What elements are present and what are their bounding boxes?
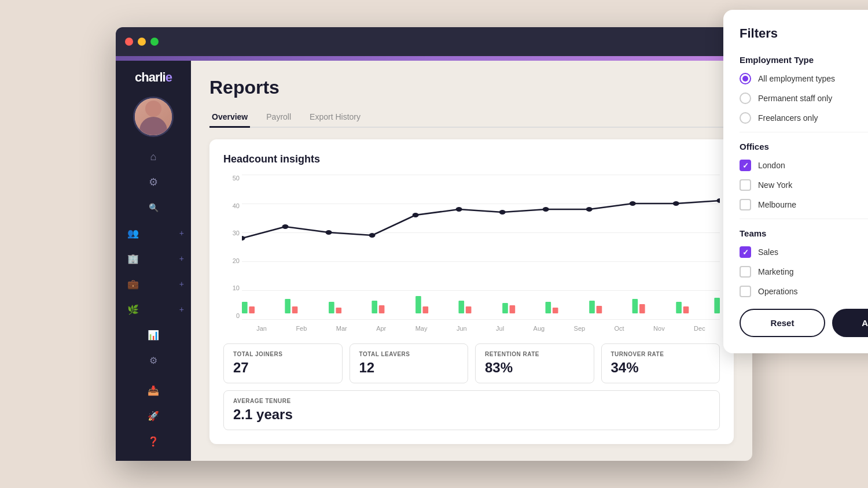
filters-panel: Filters × Employment Type All employment… — [723, 10, 868, 353]
avg-tenure-label: AVERAGE TENURE — [233, 398, 710, 404]
offices-title: Offices — [740, 142, 868, 151]
inbox-icon[interactable]: 📥 — [143, 380, 164, 401]
x-axis: Jan Feb Mar Apr May Jun Jul Aug Sep Oct … — [242, 320, 720, 337]
home-icon[interactable]: ⌂ — [143, 146, 164, 167]
svg-rect-28 — [589, 301, 595, 313]
add-leaf-icon[interactable]: + — [179, 305, 184, 314]
grid-line-0 — [242, 319, 720, 320]
svg-rect-30 — [632, 299, 638, 313]
london-label: London — [758, 161, 785, 170]
x-label-sep: Sep — [574, 325, 586, 332]
total-joiners-label: TOTAL JOINERS — [233, 351, 333, 357]
svg-point-10 — [673, 201, 679, 206]
filter-sales[interactable]: ✓ Sales — [740, 246, 868, 258]
svg-point-5 — [456, 207, 462, 212]
leaf-row: 🌿 + — [116, 299, 191, 320]
reset-button[interactable]: Reset — [740, 309, 825, 337]
tabs: Overview Payroll Export History — [209, 108, 734, 128]
building-icon[interactable]: 🏢 — [123, 248, 144, 269]
search-icon[interactable]: 🔍 — [143, 197, 164, 218]
filter-permanent-staff[interactable]: Permanent staff only — [740, 93, 868, 104]
tab-payroll[interactable]: Payroll — [264, 108, 293, 128]
chart-card: Headcount insights 50 40 30 20 10 0 — [209, 139, 734, 444]
svg-rect-34 — [714, 298, 720, 313]
chart-title: Headcount insights — [223, 153, 720, 165]
svg-point-6 — [499, 210, 506, 215]
radio-permanent-staff[interactable] — [740, 93, 751, 104]
marketing-label: Marketing — [758, 267, 793, 276]
radio-all-employment[interactable] — [740, 73, 751, 84]
close-dot[interactable] — [125, 38, 133, 46]
svg-point-9 — [630, 201, 636, 206]
browser-titlebar — [116, 27, 752, 56]
y-label-0: 0 — [223, 312, 240, 319]
checkbox-marketing[interactable] — [740, 266, 751, 278]
gradient-bar — [116, 56, 752, 61]
minimize-dot[interactable] — [138, 38, 146, 46]
svg-point-7 — [543, 207, 549, 212]
maximize-dot[interactable] — [150, 38, 159, 46]
filter-new-york[interactable]: New York — [740, 179, 868, 191]
tab-overview[interactable]: Overview — [209, 108, 250, 128]
avatar[interactable] — [133, 97, 174, 137]
filters-header: Filters × — [740, 26, 868, 41]
stat-total-leavers: TOTAL LEAVERS 12 — [350, 343, 469, 383]
y-axis: 50 40 30 20 10 0 — [223, 175, 240, 319]
filter-actions: Reset Apply — [740, 309, 868, 337]
svg-rect-24 — [502, 303, 508, 313]
people-icon[interactable]: 👥 — [123, 223, 144, 243]
operations-label: Operations — [758, 287, 797, 296]
stats-row: TOTAL JOINERS 27 TOTAL LEAVERS 12 RETENT… — [223, 343, 720, 383]
apply-button[interactable]: Apply — [832, 309, 868, 337]
svg-point-4 — [413, 213, 419, 217]
filter-marketing[interactable]: Marketing — [740, 266, 868, 278]
checkbox-operations[interactable] — [740, 286, 751, 297]
x-label-mar: Mar — [336, 325, 347, 332]
freelancers-label: Freelancers only — [758, 113, 818, 123]
leaf-icon[interactable]: 🌿 — [123, 299, 144, 320]
svg-rect-31 — [639, 304, 645, 313]
x-label-dec: Dec — [694, 325, 705, 332]
svg-point-3 — [369, 233, 376, 238]
gear-icon[interactable]: ⚙ — [143, 350, 164, 371]
add-people-icon[interactable]: + — [179, 228, 184, 238]
settings-icon[interactable]: ⚙ — [143, 172, 164, 193]
svg-rect-16 — [329, 302, 334, 313]
filter-operations[interactable]: Operations — [740, 286, 868, 297]
checkbox-sales[interactable]: ✓ — [740, 246, 751, 258]
svg-rect-17 — [336, 308, 341, 313]
chart-icon[interactable]: 📊 — [143, 324, 164, 345]
svg-rect-21 — [423, 306, 429, 313]
turnover-rate-value: 34% — [611, 360, 711, 376]
checkbox-melbourne[interactable] — [740, 199, 751, 210]
retention-rate-value: 83% — [485, 360, 584, 376]
jobs-row: 💼 + — [116, 273, 191, 294]
checkbox-new-york[interactable] — [740, 179, 751, 191]
y-label-10: 10 — [223, 284, 240, 291]
main-content: Reports Overview Payroll Export History … — [191, 61, 752, 461]
melbourne-label: Melbourne — [758, 200, 796, 209]
checkbox-london[interactable]: ✓ — [740, 160, 751, 171]
help-icon[interactable]: ❓ — [143, 431, 164, 452]
chart-plot — [242, 175, 720, 319]
x-label-oct: Oct — [615, 325, 624, 332]
svg-rect-22 — [458, 301, 464, 313]
svg-rect-18 — [372, 301, 377, 313]
building-row: 🏢 + — [116, 248, 191, 269]
total-leavers-label: TOTAL LEAVERS — [359, 351, 459, 357]
radio-freelancers[interactable] — [740, 112, 751, 124]
permanent-staff-label: Permanent staff only — [758, 94, 832, 103]
people-row: 👥 + — [116, 223, 191, 243]
filter-all-employment[interactable]: All employment types — [740, 73, 868, 84]
filter-freelancers[interactable]: Freelancers only — [740, 112, 868, 124]
add-building-icon[interactable]: + — [179, 254, 184, 263]
add-job-icon[interactable]: + — [179, 279, 184, 289]
tab-export-history[interactable]: Export History — [307, 108, 363, 128]
employment-type-title: Employment Type — [740, 55, 868, 65]
x-label-may: May — [415, 325, 428, 332]
briefcase-icon[interactable]: 💼 — [123, 273, 144, 294]
rocket-icon[interactable]: 🚀 — [143, 405, 164, 426]
filter-melbourne[interactable]: Melbourne — [740, 199, 868, 210]
new-york-label: New York — [758, 180, 792, 190]
filter-london[interactable]: ✓ London — [740, 160, 868, 171]
